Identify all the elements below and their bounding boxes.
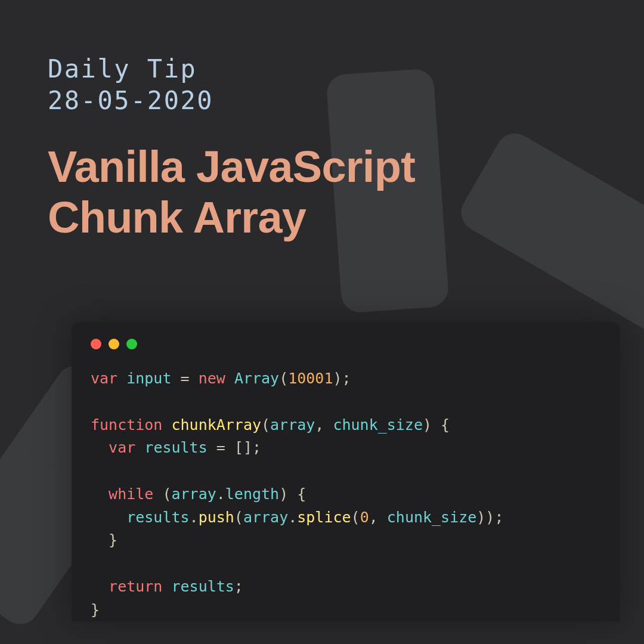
code-punct: []; [234, 439, 261, 456]
code-variable: results [144, 439, 207, 456]
code-punct: . [190, 509, 199, 526]
code-number: 0 [360, 509, 369, 526]
title-line: Chunk Array [48, 192, 596, 243]
code-keyword: var [91, 370, 117, 387]
code-variable: results [126, 509, 189, 526]
code-punct: ( [279, 370, 288, 387]
subtitle: Daily Tip 28-05-2020 [48, 54, 596, 116]
code-punct: ) { [423, 416, 450, 434]
code-property: length [225, 485, 279, 503]
code-block: var input = new Array(10001); function c… [91, 367, 601, 621]
code-punct: ( [234, 509, 243, 526]
code-punct: )); [476, 509, 503, 526]
subtitle-date: 28-05-2020 [48, 85, 596, 117]
code-class: Array [234, 370, 279, 387]
code-punct: } [91, 531, 117, 549]
code-punct: , [369, 509, 387, 526]
code-punct: ( [153, 485, 171, 503]
code-indent [91, 509, 126, 526]
code-keyword: new [199, 370, 225, 387]
code-variable: array [243, 509, 288, 526]
code-number: 10001 [288, 370, 333, 387]
code-indent [91, 485, 109, 503]
code-operator: = [181, 370, 190, 387]
subtitle-line: Daily Tip [48, 54, 596, 85]
code-operator: = [216, 439, 225, 456]
code-method: push [199, 509, 234, 526]
code-function: chunkArray [171, 416, 261, 434]
code-variable: input [126, 370, 171, 387]
title-line: Vanilla JavaScript [48, 141, 596, 192]
minimize-icon [109, 339, 119, 349]
window-traffic-lights [91, 339, 601, 349]
code-punct: ); [333, 370, 351, 387]
page-title: Vanilla JavaScript Chunk Array [48, 141, 596, 243]
maximize-icon [126, 339, 137, 349]
code-punct: . [288, 509, 297, 526]
code-indent [91, 578, 109, 595]
code-punct: . [216, 485, 225, 503]
code-method: splice [297, 509, 351, 526]
code-editor-window: var input = new Array(10001); function c… [72, 322, 620, 621]
code-punct: , [315, 416, 333, 434]
code-indent [91, 439, 109, 456]
code-punct: ( [351, 509, 360, 526]
code-punct: ) { [279, 485, 306, 503]
code-space [162, 578, 171, 595]
code-punct: ( [261, 416, 270, 434]
header-block: Daily Tip 28-05-2020 Vanilla JavaScript … [0, 0, 644, 243]
code-param: chunk_size [333, 416, 423, 434]
code-variable: chunk_size [387, 509, 477, 526]
code-keyword: function [91, 416, 162, 434]
code-punct: ; [234, 578, 243, 595]
code-keyword: while [109, 485, 153, 503]
code-variable: array [171, 485, 216, 503]
code-keyword: return [109, 578, 162, 595]
code-keyword: var [109, 439, 135, 456]
code-variable: results [171, 578, 234, 595]
code-param: array [270, 416, 315, 434]
close-icon [91, 339, 101, 349]
code-punct: } [91, 601, 100, 618]
